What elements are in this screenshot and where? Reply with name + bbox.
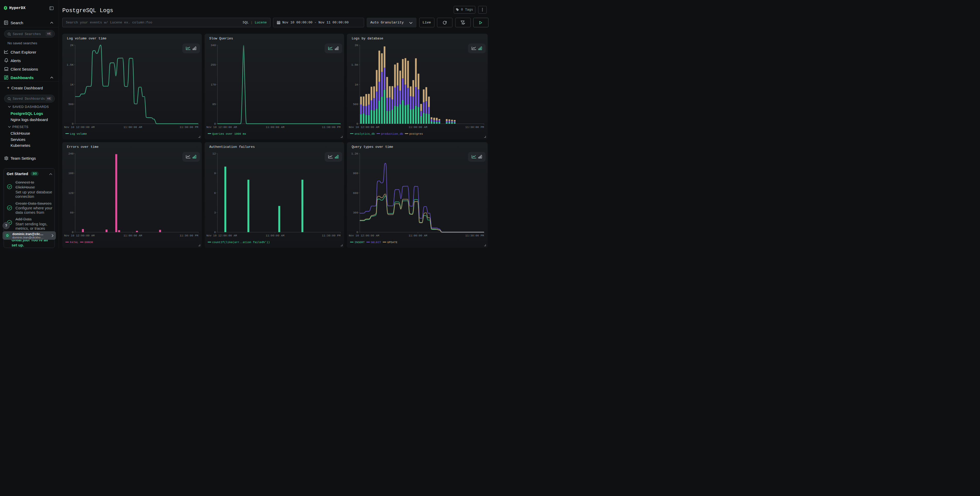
svg-text:SELECT: SELECT	[371, 241, 381, 244]
svg-text:Nov 10 12:00:00 AM: Nov 10 12:00:00 AM	[207, 234, 237, 237]
svg-text:6: 6	[214, 191, 216, 195]
svg-text:analytics_db: analytics_db	[355, 132, 375, 136]
svg-text:11:30:00 PM: 11:30:00 PM	[322, 126, 341, 129]
svg-text:0: 0	[214, 122, 216, 125]
svg-text:1K: 1K	[70, 83, 73, 86]
svg-text:12: 12	[212, 152, 216, 155]
svg-text:11:00:00 AM: 11:00:00 AM	[124, 126, 142, 129]
svg-text:11:00:00 AM: 11:00:00 AM	[124, 234, 142, 237]
svg-text:255: 255	[211, 63, 216, 67]
svg-text:11:30:00 PM: 11:30:00 PM	[465, 234, 484, 237]
svg-text:0: 0	[72, 122, 73, 125]
svg-text:300: 300	[353, 211, 358, 214]
svg-text:0: 0	[356, 122, 358, 125]
svg-text:11:30:00 PM: 11:30:00 PM	[180, 126, 199, 129]
svg-text:1K: 1K	[355, 83, 358, 86]
svg-text:Nov 10 12:00:00 AM: Nov 10 12:00:00 AM	[349, 126, 379, 129]
svg-text:180: 180	[68, 172, 73, 175]
svg-text:120: 120	[68, 191, 73, 195]
svg-text:240: 240	[68, 152, 73, 155]
svg-text:FATAL: FATAL	[70, 241, 78, 244]
svg-text:1.5K: 1.5K	[67, 63, 73, 67]
svg-text:postgres: postgres	[409, 132, 423, 136]
svg-text:11:00:00 AM: 11:00:00 AM	[266, 126, 285, 129]
svg-text:11:00:00 AM: 11:00:00 AM	[266, 234, 285, 237]
svg-text:11:00:00 AM: 11:00:00 AM	[409, 234, 428, 237]
svg-text:11:30:00 PM: 11:30:00 PM	[180, 234, 199, 237]
svg-text:170: 170	[211, 83, 216, 86]
svg-text:11:30:00 PM: 11:30:00 PM	[465, 126, 484, 129]
svg-text:1.5K: 1.5K	[352, 63, 358, 67]
svg-text:countIf(like(arr..ation failed: countIf(like(arr..ation failed%'))	[212, 241, 270, 244]
svg-text:Log volume: Log volume	[70, 132, 87, 136]
svg-text:3: 3	[214, 211, 216, 214]
svg-text:340: 340	[211, 44, 216, 47]
svg-text:11:30:00 PM: 11:30:00 PM	[322, 234, 341, 237]
svg-text:Nov 10 12:00:00 AM: Nov 10 12:00:00 AM	[349, 234, 379, 237]
svg-text:500: 500	[68, 103, 73, 106]
svg-text:900: 900	[353, 172, 358, 175]
svg-text:60: 60	[70, 211, 73, 214]
svg-text:UPDATE: UPDATE	[387, 241, 398, 244]
svg-text:Nov 10 12:00:00 AM: Nov 10 12:00:00 AM	[207, 126, 237, 129]
svg-text:production_db: production_db	[381, 132, 403, 136]
svg-text:0: 0	[72, 231, 73, 234]
svg-text:Nov 10 12:00:00 AM: Nov 10 12:00:00 AM	[64, 234, 95, 237]
svg-text:2K: 2K	[355, 44, 358, 47]
svg-text:11:00:00 AM: 11:00:00 AM	[409, 126, 428, 129]
svg-text:500: 500	[353, 103, 358, 106]
svg-text:600: 600	[353, 191, 358, 195]
svg-text:1.2K: 1.2K	[352, 152, 358, 155]
svg-text:Queries over 1000 ms: Queries over 1000 ms	[212, 132, 246, 136]
svg-text:9: 9	[214, 172, 216, 175]
svg-text:Nov 10 12:00:00 AM: Nov 10 12:00:00 AM	[64, 126, 95, 129]
svg-text:ERROR: ERROR	[84, 241, 93, 244]
svg-text:85: 85	[213, 103, 216, 106]
svg-text:0: 0	[356, 231, 358, 234]
svg-text:INSERT: INSERT	[355, 241, 365, 244]
svg-text:0: 0	[214, 231, 216, 234]
svg-text:2K: 2K	[70, 44, 73, 47]
